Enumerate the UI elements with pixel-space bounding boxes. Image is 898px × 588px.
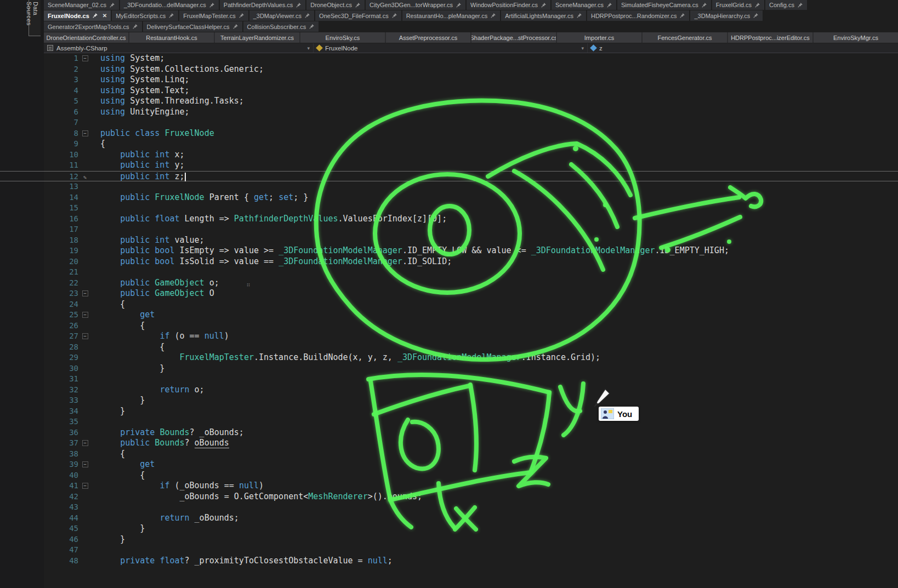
tab-importer-cs[interactable]: Importer.cs [557,32,641,43]
code-line-27[interactable]: 27− if (o == null) [0,331,898,342]
pin-icon[interactable] [490,13,496,19]
code-line-7[interactable]: 7 [0,117,898,128]
tab-restauranthook-cs[interactable]: RestaurantHook.cs [129,32,214,43]
code-line-15[interactable]: 15 [0,203,898,214]
tab-3dmaphierarchy-cs[interactable]: _3DMapHierarchy.cs [690,10,763,21]
pin-icon[interactable] [701,2,707,8]
code-editor[interactable]: 1−using System;2using System.Collections… [0,53,898,588]
pin-icon[interactable] [753,13,759,19]
code-line-3[interactable]: 3using System.Linq; [0,75,898,85]
pin-icon[interactable] [679,13,685,19]
tab-fencesgenerator-cs[interactable]: FencesGenerator.cs [643,32,727,43]
pin-icon[interactable] [304,13,310,19]
code-line-11[interactable]: 11 public int y; [0,160,898,171]
code-line-29[interactable]: 29 FruxelMapTester.Instance.BuildNode(x,… [0,352,898,363]
code-line-8[interactable]: 8−public class FruxelNode [0,128,898,139]
fold-marker[interactable]: − [78,53,92,64]
code-line-34[interactable]: 34 } [0,406,898,417]
code-line-36[interactable]: 36 private Bounds? _oBounds; [0,427,898,438]
code-line-12[interactable]: 12✎ public int z; [0,171,898,182]
pin-icon[interactable] [232,24,238,30]
code-line-43[interactable]: 43 [0,502,898,513]
project-dropdown[interactable]: Assembly-CSharp ▾ [44,43,314,53]
code-line-41[interactable]: 41− if (_oBounds == null) [0,481,898,492]
code-line-13[interactable]: 13 [0,181,898,192]
fold-marker[interactable]: − [78,481,92,492]
type-dropdown[interactable]: FruxelNode ▾ [314,43,588,53]
code-line-21[interactable]: 21 [0,267,898,278]
tab-3dfoundatio-delmanager-cs[interactable]: _3DFoundatio...delManager.cs [120,0,219,10]
tab-simulatedfisheyecamera-cs[interactable]: SimulatedFisheyeCamera.cs [617,0,711,10]
pin-icon[interactable] [797,2,803,8]
pin-icon[interactable] [576,13,582,19]
code-line-39[interactable]: 39− get [0,459,898,470]
pin-icon[interactable] [606,2,612,8]
pin-icon[interactable] [132,24,138,30]
pin-icon[interactable] [92,13,98,19]
code-line-47[interactable]: 47 [0,545,898,556]
tab-fruxelnode-cs[interactable]: FruxelNode.cs✕ [44,10,111,21]
code-line-37[interactable]: 37− public Bounds? oBounds [0,438,898,449]
code-line-18[interactable]: 18 public int value; [0,235,898,246]
tab-droneobject-cs[interactable]: DroneObject.cs [306,0,365,10]
tab-enviroskymgr-cs[interactable]: EnviroSkyMgr.cs [814,32,898,43]
pin-icon[interactable] [238,13,245,19]
tab-deliverysurfaceclasshelper-cs[interactable]: DeliverySurfaceClassHelper.cs [143,21,242,32]
tab-fruxelgrid-cs[interactable]: FruxelGrid.cs [712,0,764,10]
code-line-45[interactable]: 45 } [0,523,898,534]
tab-fruxelmaptester-cs[interactable]: FruxelMapTester.cs [179,10,248,21]
code-line-40[interactable]: 40 { [0,470,898,481]
fold-marker[interactable]: − [78,288,92,299]
code-line-33[interactable]: 33 } [0,395,898,406]
code-line-24[interactable]: 24 { [0,299,898,310]
pin-icon[interactable] [109,2,115,8]
fold-marker[interactable]: − [78,128,92,139]
code-line-44[interactable]: 44 return _oBounds; [0,513,898,524]
code-line-10[interactable]: 10 public int x; [0,150,898,161]
tab-hdrppostproc-randomizer-cs[interactable]: HDRPPostproc...Randomizer.cs [587,10,690,21]
code-line-2[interactable]: 2using System.Collections.Generic; [0,64,898,75]
code-line-14[interactable]: 14 public FruxelNode Parent { get; set; … [0,192,898,203]
pin-icon[interactable] [391,13,397,19]
tab-config-cs[interactable]: Config.cs [765,0,807,10]
tab-artificiallightsmanager-cs[interactable]: ArtificialLightsManager.cs [501,10,586,21]
code-line-30[interactable]: 30 } [0,363,898,374]
tab-generator2exportmaptools-cs[interactable]: Generator2ExportMapTools.cs [44,21,142,32]
pin-icon[interactable] [456,2,462,8]
pin-icon[interactable] [355,2,361,8]
tab-shaderpackage-stprocessor-cs[interactable]: ShaderPackage...stProcessor.cs [471,32,556,43]
code-line-28[interactable]: 28 { [0,342,898,353]
code-line-26[interactable]: 26 { [0,321,898,332]
close-icon[interactable]: ✕ [103,13,107,19]
code-line-17[interactable]: 17 [0,224,898,235]
tab-windowpositionfinder-cs[interactable]: WindowPositionFinder.cs [467,0,550,10]
code-line-42[interactable]: 42 _oBounds = O.GetComponent<MeshRendere… [0,492,898,503]
tab-scenemanager-02-cs[interactable]: SceneManager_02.cs [44,0,119,10]
code-line-20[interactable]: 20 public bool IsSolid => value == _3DFo… [0,256,898,267]
tab-citygen3dgen-torwrapper-cs[interactable]: CityGen3DGen...torWrapper.cs [366,0,465,10]
code-line-5[interactable]: 5using System.Threading.Tasks; [0,96,898,107]
tab-3dmapviewer-cs[interactable]: _3DMapViewer.cs [249,10,314,21]
pin-icon[interactable] [754,2,760,8]
code-line-23[interactable]: 23− public GameObject O [0,288,898,299]
tab-pathfinderdepthvalues-cs[interactable]: PathfinderDepthValues.cs [220,0,305,10]
code-line-4[interactable]: 4using System.Text; [0,85,898,96]
code-line-22[interactable]: 22 public GameObject o; [0,278,898,289]
fold-marker[interactable]: − [78,331,92,342]
tab-envirosky-cs[interactable]: EnviroSky.cs [300,32,385,43]
code-line-38[interactable]: 38 { [0,449,898,460]
tab-scenemanager-cs[interactable]: SceneManager.cs [552,0,616,10]
fold-marker[interactable]: − [78,459,92,470]
code-line-25[interactable]: 25− get [0,310,898,321]
tab-assetpreprocessor-cs[interactable]: AssetPreprocessor.cs [386,32,470,43]
code-line-9[interactable]: 9{ [0,139,898,150]
code-line-35[interactable]: 35 [0,416,898,427]
tab-terrainlayerrandomizer-cs[interactable]: TerrainLayerRandomizer.cs [215,32,299,43]
tab-onesec3d-fileformat-cs[interactable]: OneSec3D_FileFormat.cs [315,10,401,21]
tab-restaurantho-plemanager-cs[interactable]: RestaurantHo...pleManager.cs [402,10,501,21]
code-line-32[interactable]: 32 return o; [0,385,898,396]
code-line-6[interactable]: 6using UnityEngine; [0,107,898,118]
tab-hdrppostproc-izereditor-cs[interactable]: HDRPPostproc...izerEditor.cs [728,32,812,43]
tab-collisionsubscriber-cs[interactable]: CollisionSubscriber.cs [243,21,319,32]
tab-myeditorscripts-cs[interactable]: MyEditorScripts.cs [112,10,178,21]
